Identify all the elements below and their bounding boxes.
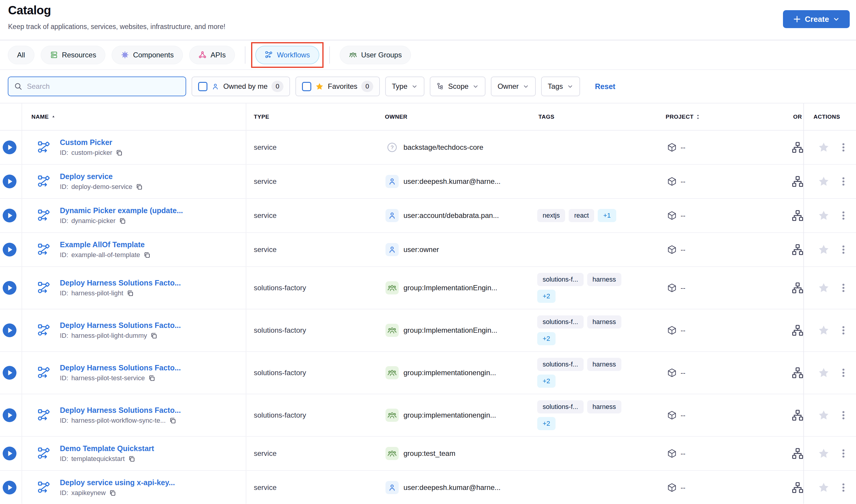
row-menu-button[interactable] <box>838 283 849 293</box>
tag-more-chip[interactable]: +1 <box>598 209 616 222</box>
row-name-link[interactable]: Example AllOf Template <box>60 240 151 249</box>
workflow-icon <box>37 408 51 422</box>
run-workflow-button[interactable] <box>3 323 16 337</box>
run-workflow-button[interactable] <box>3 408 16 422</box>
scope-dropdown[interactable]: Scope <box>430 76 485 96</box>
favorite-star-button[interactable] <box>818 448 830 460</box>
run-workflow-button[interactable] <box>3 175 16 188</box>
row-name-link[interactable]: Deploy Harness Solutions Facto... <box>60 321 181 330</box>
row-project-value: -- <box>681 483 685 492</box>
view-hierarchy-button[interactable] <box>791 209 804 222</box>
copy-id-button[interactable] <box>150 332 158 340</box>
copy-id-button[interactable] <box>128 455 136 463</box>
view-hierarchy-button[interactable] <box>791 481 804 494</box>
row-name-link[interactable]: Demo Template Quickstart <box>60 444 154 453</box>
row-owner-text: group:ImplementationEngin... <box>404 326 497 335</box>
view-hierarchy-button[interactable] <box>791 175 804 188</box>
view-hierarchy-button[interactable] <box>791 243 804 256</box>
copy-id-button[interactable] <box>109 489 116 497</box>
tag-more-chip[interactable]: +2 <box>537 332 555 345</box>
row-menu-button[interactable] <box>838 325 849 336</box>
favorite-star-button[interactable] <box>818 482 830 493</box>
copy-id-button[interactable] <box>126 289 134 297</box>
row-menu-button[interactable] <box>838 210 849 221</box>
view-hierarchy-button[interactable] <box>791 409 804 421</box>
package-icon <box>667 211 677 221</box>
row-menu-button[interactable] <box>838 448 849 459</box>
tags-dropdown-label: Tags <box>548 82 563 91</box>
row-menu-button[interactable] <box>838 410 849 420</box>
copy-id-button[interactable] <box>119 217 126 225</box>
row-name-link[interactable]: Deploy Harness Solutions Facto... <box>60 278 181 287</box>
view-hierarchy-button[interactable] <box>791 141 804 154</box>
column-header-name[interactable]: NAME <box>31 113 56 120</box>
kebab-menu-icon <box>838 482 849 493</box>
row-menu-button[interactable] <box>838 482 849 493</box>
row-owner: group:implementationengin... <box>386 409 496 422</box>
tab-components[interactable]: Components <box>112 46 183 64</box>
copy-id-button[interactable] <box>169 417 176 425</box>
create-button[interactable]: Create <box>783 10 850 28</box>
view-hierarchy-button[interactable] <box>791 366 804 379</box>
run-workflow-button[interactable] <box>3 141 16 154</box>
favorites-filter[interactable]: Favorites 0 <box>295 76 380 96</box>
tab-all[interactable]: All <box>8 46 34 64</box>
row-menu-button[interactable] <box>838 176 849 187</box>
favorite-star-button[interactable] <box>818 324 830 336</box>
tab-user-groups[interactable]: User Groups <box>340 46 411 64</box>
row-menu-button[interactable] <box>838 142 849 153</box>
api-icon <box>199 51 206 59</box>
favorite-star-button[interactable] <box>818 367 830 379</box>
favorites-checkbox[interactable] <box>302 82 311 91</box>
favorite-star-button[interactable] <box>818 282 830 294</box>
view-hierarchy-button[interactable] <box>791 324 804 337</box>
tag-more-chip[interactable]: +2 <box>537 375 555 388</box>
tab-apis[interactable]: APIs <box>189 46 235 64</box>
package-icon <box>667 325 677 336</box>
row-project: -- <box>667 448 685 458</box>
package-icon <box>667 410 677 420</box>
owner-dropdown[interactable]: Owner <box>491 76 536 96</box>
row-name-link[interactable]: Dynamic Picker example (update... <box>60 206 183 215</box>
tag-more-chip[interactable]: +2 <box>537 290 555 303</box>
owned-by-me-checkbox[interactable] <box>198 82 207 91</box>
package-icon <box>667 176 677 186</box>
run-workflow-button[interactable] <box>3 366 16 380</box>
workflow-icon <box>265 51 273 59</box>
search-input[interactable] <box>27 82 180 91</box>
view-hierarchy-button[interactable] <box>791 282 804 294</box>
copy-id-button[interactable] <box>135 183 143 191</box>
favorite-star-button[interactable] <box>818 409 830 421</box>
copy-id-button[interactable] <box>143 251 151 259</box>
favorite-star-button[interactable] <box>818 210 830 221</box>
run-workflow-button[interactable] <box>3 481 16 494</box>
tab-workflows[interactable]: Workflows <box>255 46 319 64</box>
favorite-star-button[interactable] <box>818 244 830 256</box>
row-project-value: -- <box>681 246 685 254</box>
favorite-star-button[interactable] <box>818 141 830 154</box>
tag-more-chip[interactable]: +2 <box>537 417 555 430</box>
column-header-project[interactable]: PROJECT <box>666 113 700 120</box>
copy-id-button[interactable] <box>115 149 123 157</box>
tags-dropdown[interactable]: Tags <box>541 76 580 96</box>
row-name-link[interactable]: Deploy service using x-api-key... <box>60 478 175 487</box>
copy-icon <box>143 251 151 259</box>
row-menu-button[interactable] <box>838 367 849 378</box>
run-workflow-button[interactable] <box>3 447 16 460</box>
row-name-link[interactable]: Deploy service <box>60 172 143 181</box>
column-header-tags-label: TAGS <box>538 113 554 120</box>
type-dropdown[interactable]: Type <box>385 76 424 96</box>
copy-id-button[interactable] <box>148 374 156 382</box>
view-hierarchy-button[interactable] <box>791 447 804 460</box>
tab-resources[interactable]: Resources <box>41 46 106 64</box>
favorite-star-button[interactable] <box>818 176 830 187</box>
reset-filters-button[interactable]: Reset <box>595 82 615 91</box>
row-name-link[interactable]: Custom Picker <box>60 138 123 147</box>
run-workflow-button[interactable] <box>3 209 16 222</box>
owned-by-me-filter[interactable]: Owned by me 0 <box>191 76 290 96</box>
row-name-link[interactable]: Deploy Harness Solutions Facto... <box>60 363 181 372</box>
run-workflow-button[interactable] <box>3 281 16 295</box>
run-workflow-button[interactable] <box>3 243 16 256</box>
row-menu-button[interactable] <box>838 244 849 255</box>
row-name-link[interactable]: Deploy Harness Solutions Facto... <box>60 406 181 415</box>
